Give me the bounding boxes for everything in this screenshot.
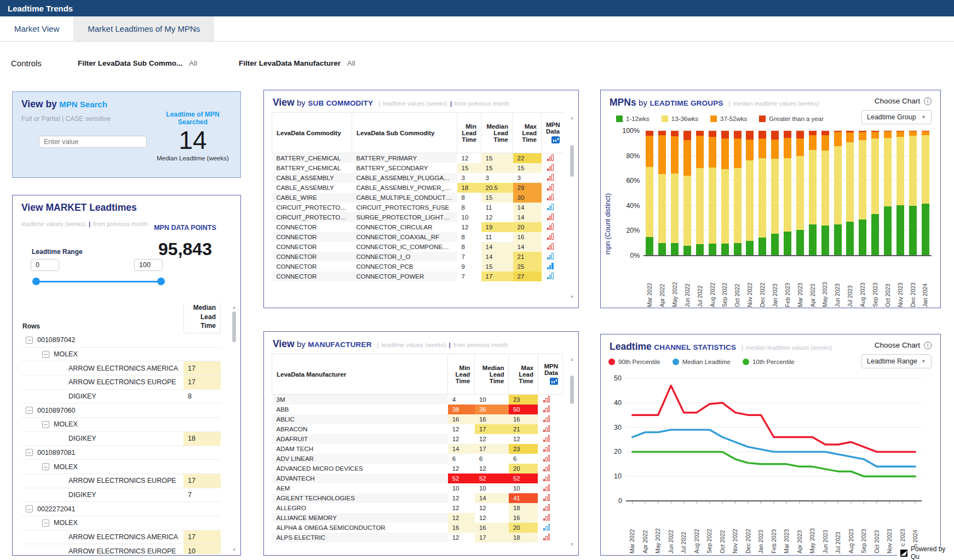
mpn-data-icon[interactable]: [547, 164, 554, 171]
stacked-bar[interactable]: [709, 131, 716, 256]
table-row[interactable]: ABLIC161616: [272, 414, 563, 424]
mpn-data-icon[interactable]: [547, 174, 554, 181]
table-row[interactable]: CONNECTORCONNECTOR_COAXIAL_RF81116: [272, 232, 564, 242]
mpn-data-icon[interactable]: [543, 425, 550, 432]
filter-manufacturer[interactable]: Filter LevaData Manufacturer All: [239, 59, 355, 67]
table-row[interactable]: ADVANTECH525252: [272, 474, 563, 483]
mpn-data-icon[interactable]: [543, 406, 550, 412]
scroll-thumb[interactable]: [570, 376, 574, 404]
table-row[interactable]: ARROW ELECTRONICS AMERICA17: [21, 361, 221, 376]
mpn-data-icon[interactable]: [543, 415, 550, 422]
stacked-bar[interactable]: [834, 131, 842, 256]
mpn-data-icon[interactable]: [543, 504, 550, 511]
table-row[interactable]: DIGIKEY8: [21, 390, 221, 404]
collapse-icon[interactable]: −: [26, 407, 33, 414]
scroll-down-icon[interactable]: ▼: [232, 547, 237, 553]
scroll-up-icon[interactable]: ▲: [570, 116, 574, 121]
mpn-data-icon[interactable]: [547, 184, 554, 190]
column-header[interactable]: Median Lead Time: [481, 113, 513, 153]
mpn-search-input[interactable]: [39, 136, 147, 148]
table-row[interactable]: ALPS ELECTRIC121718: [272, 533, 563, 542]
table-row[interactable]: AEM101010: [272, 483, 563, 493]
info-icon[interactable]: i: [924, 97, 932, 105]
leadtime-range-slider[interactable]: [33, 278, 164, 285]
stacked-bar[interactable]: [821, 131, 829, 256]
collapse-icon[interactable]: −: [42, 421, 49, 428]
table-row[interactable]: −MOLEX: [21, 418, 221, 432]
mpn-data-icon[interactable]: [543, 475, 550, 481]
table-row[interactable]: CIRCUIT_PROTECTORSSURGE_PROTECTOR_LIGHTE…: [272, 212, 564, 222]
legend-item[interactable]: 10th Percentile: [743, 359, 795, 365]
stacked-bar[interactable]: [771, 131, 779, 256]
table-row[interactable]: CONNECTORCONNECTOR_IC_COMPONENT_...81414: [272, 242, 564, 252]
scroll-thumb[interactable]: [570, 145, 574, 177]
stacked-bar[interactable]: [696, 131, 704, 256]
table-scrollbar[interactable]: ▲ ▼: [569, 357, 575, 547]
stacked-bar[interactable]: [758, 131, 766, 256]
chart-type-dropdown[interactable]: Leadtime Range ▼: [861, 354, 932, 368]
table-row[interactable]: ARROW ELECTRONICS EUROPE17: [21, 376, 221, 390]
legend-item[interactable]: Greater than a year: [759, 116, 824, 122]
stacked-bar[interactable]: [846, 131, 854, 256]
slider-handle-max[interactable]: [157, 278, 165, 285]
stacked-bar[interactable]: [658, 131, 666, 256]
mpn-data-icon[interactable]: [547, 194, 554, 200]
mpn-data-icon[interactable]: [547, 204, 554, 210]
collapse-icon[interactable]: −: [26, 449, 33, 456]
mpn-data-icon[interactable]: [547, 223, 554, 230]
stacked-bar[interactable]: [671, 131, 679, 256]
chart-type-dropdown[interactable]: Leadtime Group ▼: [861, 110, 932, 124]
filter-value[interactable]: All: [347, 59, 355, 67]
mpn-data-icon[interactable]: [547, 273, 554, 279]
table-scrollbar[interactable]: ▲ ▼: [569, 116, 575, 300]
mpn-data-icon[interactable]: [543, 484, 550, 491]
table-row[interactable]: ARROW ELECTRONICS AMERICA17: [21, 530, 221, 545]
table-row[interactable]: ARROW ELECTRONICS EUROPE17: [21, 474, 221, 488]
collapse-icon[interactable]: −: [42, 351, 49, 358]
table-row[interactable]: ABB383650: [272, 405, 563, 414]
table-row[interactable]: CABLE_ASSEMBLYCABLE_ASSEMBLY_POWER_CO...…: [272, 183, 564, 193]
filter-value[interactable]: All: [189, 59, 197, 67]
table-row[interactable]: −0022272041: [21, 502, 221, 516]
stacked-bar[interactable]: [871, 131, 879, 256]
table-row[interactable]: −MOLEX: [21, 516, 221, 530]
mpn-data-icon[interactable]: [543, 445, 550, 452]
stacked-bar[interactable]: [859, 131, 866, 256]
stacked-bar[interactable]: [784, 131, 791, 256]
mpn-data-icon[interactable]: [543, 455, 550, 461]
stacked-bar[interactable]: [896, 131, 904, 256]
collapse-icon[interactable]: −: [26, 337, 33, 344]
column-header[interactable]: LevaData Manufacturer: [272, 354, 448, 395]
collapse-icon[interactable]: −: [26, 505, 33, 512]
table-row[interactable]: −0010897060: [21, 403, 221, 418]
mpn-data-icon[interactable]: [547, 263, 554, 269]
column-header[interactable]: Min Lead Time: [448, 354, 475, 395]
table-row[interactable]: −MOLEX: [21, 348, 221, 362]
table-row[interactable]: ARROW ELECTRONICS EUROPE10: [21, 544, 221, 554]
mpn-data-icon[interactable]: [543, 494, 550, 501]
stacked-bar[interactable]: [746, 131, 754, 256]
table-row[interactable]: −MOLEX: [21, 460, 221, 474]
collapse-icon[interactable]: −: [42, 463, 49, 470]
legend-item[interactable]: Median Leadtime: [673, 359, 731, 365]
table-row[interactable]: CIRCUIT_PROTECTORSCIRCUIT_PROTECTORS_FUS…: [272, 203, 564, 212]
table-row[interactable]: CABLE_ASSEMBLYCABLE_ASSEMBLY_PLUGGABLE33…: [272, 173, 564, 183]
table-row[interactable]: CONNECTORCONNECTOR_PCB91525: [272, 262, 564, 272]
mpn-data-icon[interactable]: [547, 243, 554, 250]
legend-item[interactable]: 90th Percentile: [608, 359, 660, 365]
legend-item[interactable]: 13-36wks: [662, 116, 698, 122]
column-header[interactable]: MPN Data: [538, 354, 562, 395]
scroll-up-icon[interactable]: ▲: [570, 357, 574, 362]
stacked-bar[interactable]: [683, 131, 691, 256]
stacked-bar[interactable]: [909, 131, 917, 256]
slider-handle-min[interactable]: [32, 278, 40, 285]
column-header[interactable]: LevaData Sub Commodity: [352, 113, 457, 153]
table-row[interactable]: CONNECTORCONNECTOR_POWER71727: [272, 272, 564, 281]
table-row[interactable]: ALLIANCE MEMORY121216: [272, 513, 563, 523]
mpn-data-icon[interactable]: [543, 396, 550, 402]
scroll-thumb[interactable]: [232, 311, 236, 342]
mpn-data-icon[interactable]: [543, 524, 550, 530]
column-header[interactable]: Min Lead Time: [457, 113, 481, 153]
table-row[interactable]: BATTERY_CHEMICALBATTERY_PRIMARY121522: [272, 153, 564, 164]
column-header[interactable]: LevaData Commodity: [272, 113, 352, 153]
